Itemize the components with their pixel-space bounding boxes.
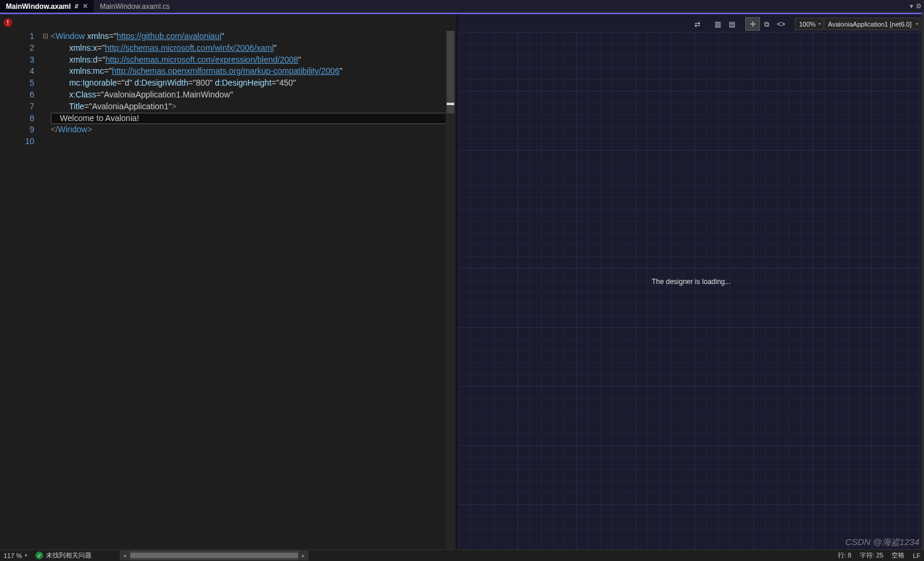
editor-vertical-scrollbar[interactable] [445, 31, 456, 549]
chevron-down-icon: ▾ [25, 553, 27, 558]
status-zoom-value: 117 % [4, 552, 22, 559]
status-zoom[interactable]: 117 % ▾ [4, 552, 27, 559]
scrollbar-thumb[interactable] [447, 31, 454, 113]
zoom-dropdown[interactable]: 100% [795, 18, 823, 30]
status-char[interactable]: 字符: 25 [860, 551, 883, 560]
zoom-value: 100% [799, 21, 815, 28]
config-value: AvaloniaApplication1 [net6.0] [828, 21, 912, 28]
workspace: 12345678910 ⊟ <Window xmlns="https://git… [0, 13, 924, 549]
designer-pane: The designer is loading... [458, 14, 924, 549]
status-indent[interactable]: 空格 [892, 551, 905, 560]
gear-icon[interactable]: ⚙ [916, 2, 922, 10]
snap-grid-button[interactable]: ✛ [746, 18, 759, 30]
scroll-right-icon[interactable]: ▸ [299, 550, 309, 560]
scroll-left-icon[interactable]: ◂ [120, 550, 130, 560]
tab-mainwindow-axaml[interactable]: MainWindow.axaml ⇵ ✕ [0, 0, 94, 12]
line-number-gutter: 12345678910 [0, 31, 41, 549]
code-content[interactable]: <Window xmlns="https://github.com/avalon… [50, 31, 456, 549]
designer-loading-message: The designer is loading... [458, 14, 924, 549]
editor-pane: 12345678910 ⊟ <Window xmlns="https://git… [0, 14, 456, 549]
swap-panes-button[interactable]: ⇄ [690, 18, 704, 30]
designer-toolbar: ⇄ ▥ ▤ ✛ ⧉ <> 100% AvaloniaApplication1 [… [690, 17, 920, 31]
code-editor[interactable]: 12345678910 ⊟ <Window xmlns="https://git… [0, 31, 456, 549]
right-margin-strip [922, 13, 924, 549]
scroll-track[interactable] [130, 553, 298, 558]
status-bar: 117 % ▾ ✓ 未找到相关问题 ◂ ▸ 行: 8 字符: 25 空格 LF [0, 549, 924, 561]
layout-horizontal-button[interactable]: ▥ [711, 18, 725, 30]
status-line[interactable]: 行: 8 [838, 551, 851, 560]
tab-label: MainWindow.axaml.cs [100, 2, 170, 11]
status-issues[interactable]: ✓ 未找到相关问题 [35, 551, 91, 560]
close-icon[interactable]: ✕ [83, 2, 88, 10]
overview-marker [447, 103, 454, 105]
error-indicator-icon[interactable]: ! [4, 18, 12, 27]
code-view-button[interactable]: <> [774, 18, 788, 30]
config-dropdown[interactable]: AvaloniaApplication1 [net6.0] [824, 18, 920, 30]
pin-icon: ⇵ [74, 4, 79, 9]
editor-horizontal-scrollbar[interactable]: ◂ ▸ [120, 550, 309, 560]
tab-mainwindow-axaml-cs[interactable]: MainWindow.axaml.cs [94, 0, 176, 12]
snap-lines-button[interactable]: ⧉ [760, 18, 774, 30]
check-icon: ✓ [35, 552, 43, 559]
tab-strip: MainWindow.axaml ⇵ ✕ MainWindow.axaml.cs… [0, 0, 924, 13]
status-issues-text: 未找到相关问题 [46, 551, 91, 560]
tab-label: MainWindow.axaml [6, 2, 71, 11]
fold-gutter[interactable]: ⊟ [41, 31, 50, 549]
status-line-ending[interactable]: LF [913, 552, 920, 559]
layout-vertical-button[interactable]: ▤ [725, 18, 739, 30]
tab-overflow-icon[interactable]: ▾ [910, 2, 913, 10]
